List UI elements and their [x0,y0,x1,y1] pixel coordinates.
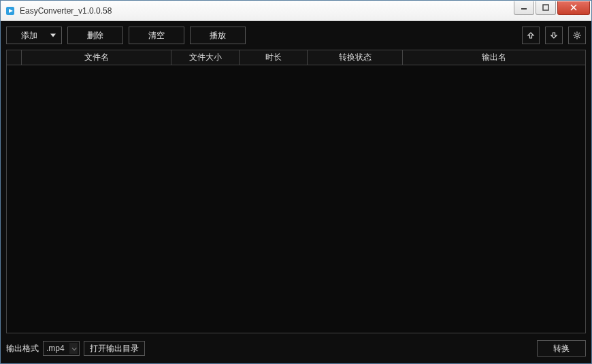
play-button[interactable]: 播放 [190,27,246,44]
dropdown-icon [69,343,78,354]
remove-label: 删除 [87,30,103,42]
settings-button[interactable] [568,27,586,44]
format-select[interactable]: .mp4 [43,341,80,356]
move-up-button[interactable] [522,27,540,44]
minimize-button[interactable] [514,1,534,15]
svg-line-10 [579,37,580,38]
gear-icon [572,31,582,40]
play-label: 播放 [210,30,226,42]
clear-label: 清空 [148,30,165,42]
svg-line-11 [579,33,580,33]
col-checkbox[interactable] [7,50,22,65]
file-table: 文件名 文件大小 时长 转换状态 输出名 [6,50,586,333]
app-icon [5,5,16,16]
svg-point-4 [576,34,578,37]
app-title: EasyConverter_v1.0.0.58 [20,6,512,16]
remove-button[interactable]: 删除 [67,27,123,44]
svg-line-12 [574,37,575,38]
move-down-button[interactable] [545,27,563,44]
toolbar: 添加 删除 清空 播放 [6,27,586,44]
col-duration[interactable]: 时长 [240,50,308,65]
add-label: 添加 [21,30,37,42]
col-filename[interactable]: 文件名 [22,50,171,65]
open-output-folder-button[interactable]: 打开输出目录 [84,341,145,356]
client-area: 添加 删除 清空 播放 [1,21,591,363]
chevron-down-icon [50,34,56,37]
arrow-up-icon [526,31,536,40]
format-label: 输出格式 [6,343,39,354]
svg-line-9 [574,33,575,33]
table-header: 文件名 文件大小 时长 转换状态 输出名 [7,50,585,65]
maximize-button[interactable] [536,1,556,15]
col-status[interactable]: 转换状态 [308,50,403,65]
close-button[interactable] [557,1,590,15]
svg-rect-3 [543,5,548,10]
footer: 输出格式 .mp4 打开输出目录 转换 [6,339,586,358]
col-filesize[interactable]: 文件大小 [171,50,240,65]
open-output-label: 打开输出目录 [90,343,139,354]
format-value: .mp4 [46,344,65,353]
svg-rect-2 [521,8,527,10]
convert-label: 转换 [553,343,570,354]
col-output[interactable]: 输出名 [403,50,585,65]
clear-button[interactable]: 清空 [129,27,184,44]
table-body[interactable] [7,65,585,333]
add-button[interactable]: 添加 [6,27,62,44]
window-controls [512,1,590,16]
titlebar: EasyConverter_v1.0.0.58 [1,1,591,21]
app-window: EasyConverter_v1.0.0.58 添加 删除 清空 [0,0,592,364]
convert-button[interactable]: 转换 [537,340,586,357]
arrow-down-icon [549,31,559,40]
